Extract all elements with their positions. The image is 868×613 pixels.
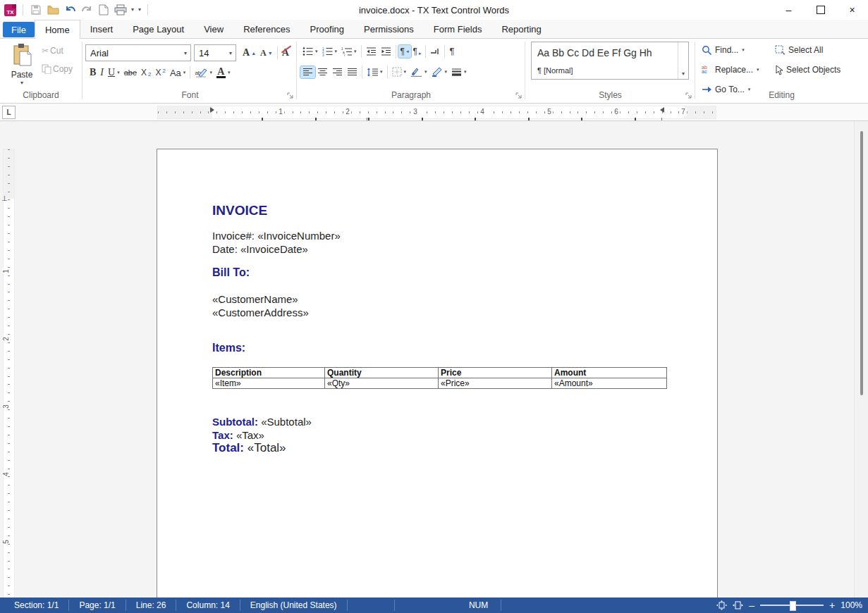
font-dialog-launcher[interactable] [287,92,294,99]
document-area[interactable]: 1 2 3 4 5 ⊥ INVOICE Invoice#: «InvoiceNu… [0,120,868,598]
save-icon[interactable] [30,4,42,16]
redo-icon[interactable] [80,4,93,16]
zoom-out-button[interactable]: – [749,600,754,610]
tab-reporting[interactable]: Reporting [491,20,551,38]
copy-label: Copy [53,64,73,74]
styles-dialog-launcher[interactable] [685,92,692,99]
qat-customize-icon[interactable]: ▾ [138,7,141,13]
vertical-ruler[interactable]: 1 2 3 4 5 [3,149,15,598]
bold-button[interactable]: B [87,66,98,80]
tab-proofing[interactable]: Proofing [300,20,354,38]
ltr-paragraph-button[interactable]: ¶◂ [398,45,411,58]
line-spacing-button[interactable]: ▾ [365,66,385,78]
document-page[interactable]: INVOICE Invoice#: «InvoiceNumber» Date: … [157,149,718,598]
numbered-list-button[interactable]: 123 ▾ [320,45,340,58]
font-color-button[interactable]: A ▾ [214,66,233,80]
new-document-icon[interactable] [97,4,110,16]
shading-button[interactable]: ▾ [408,66,429,78]
underline-button[interactable]: U▾ [106,66,122,80]
text-highlight-button[interactable]: ab ▾ [192,66,214,79]
undo-icon[interactable] [63,4,76,16]
border-color-button[interactable]: ▾ [429,66,450,78]
paragraph-dialog-launcher[interactable] [515,92,522,99]
status-page[interactable]: Page: 1/1 [69,597,125,613]
horizontal-ruler-strip: L 1 2 3 4 5 6 7 →| |← [0,104,868,120]
select-objects-button[interactable]: Select Objects [773,61,843,79]
strikethrough-button[interactable]: abe [122,67,139,78]
tab-home[interactable]: Home [35,20,80,39]
change-case-button[interactable]: Aa▾ [168,66,188,80]
first-line-indent-marker[interactable] [210,107,214,113]
tab-insert[interactable]: Insert [80,20,123,38]
tab-form-fields[interactable]: Form Fields [424,20,492,38]
borders-button[interactable]: ▾ [390,66,409,78]
copy-button[interactable]: Copy [39,63,75,75]
tab-references[interactable]: References [233,20,300,38]
font-size-select[interactable]: 14 ▾ [194,44,236,61]
replace-button[interactable]: ab ac Replace... ▾ [699,61,762,79]
clear-formatting-button[interactable]: A [280,46,291,60]
tab-file[interactable]: File [3,22,35,37]
tab-permissions[interactable]: Permissions [354,20,424,38]
grow-font-button[interactable]: A▲ [240,46,258,60]
ruler-number: 1 [2,269,11,273]
status-section[interactable]: Section: 1/1 [4,597,68,613]
tx-logo[interactable]: TX [4,4,16,16]
align-center-button[interactable] [315,66,330,78]
status-line[interactable]: Line: 26 [126,597,176,613]
rtl-paragraph-button[interactable]: ¶▸ [411,45,424,58]
tab-type-selector[interactable]: L [2,106,16,119]
bullet-list-button[interactable]: ▾ [300,45,320,58]
decrease-indent-button[interactable] [364,45,379,58]
status-num-lock[interactable]: NUM [457,597,501,613]
tab-page-layout[interactable]: Page Layout [123,20,194,38]
horizontal-ruler[interactable]: 1 2 3 4 5 6 7 [157,106,716,119]
select-all-button[interactable]: Select All [773,41,843,59]
font-family-select[interactable]: Arial ▾ [85,44,191,61]
find-button[interactable]: Find... ▾ [699,41,762,59]
vertical-scrollbar[interactable] [854,121,868,598]
increase-indent-button[interactable] [379,45,393,58]
close-button[interactable]: × [836,0,868,20]
font-size-value: 14 [199,48,209,58]
doc-title: INVOICE [212,203,267,218]
doc-items-table[interactable]: Description Quantity Price Amount «Item»… [212,367,667,389]
print-icon[interactable] [114,4,127,16]
paste-dropdown-icon[interactable]: ▾ [6,80,38,86]
doc-subtotal-line: Subtotal: «Subtotal» [212,416,312,428]
zoom-in-button[interactable]: + [829,600,835,610]
right-indent-marker[interactable] [660,107,664,113]
formatting-marks-button[interactable]: ¶ [447,44,456,58]
table-header-description: Description [213,368,325,378]
justify-button[interactable] [345,66,360,78]
subscript-button[interactable]: X2 [139,66,153,79]
paste-button[interactable]: Paste ▾ [6,43,38,94]
italic-button[interactable]: I [98,66,106,80]
status-column[interactable]: Column: 14 [176,597,239,613]
fit-page-icon[interactable] [716,600,727,610]
separator [501,600,501,611]
select-all-label: Select All [788,45,823,55]
multilevel-list-button[interactable]: 1ai ▾ [339,45,359,58]
style-gallery-more-button[interactable]: ▾ [678,42,688,79]
style-gallery[interactable]: Aa Bb Cc Dd Ee Ff Gg Hh ¶ [Normal] ▾ [531,42,689,80]
maximize-button[interactable] [805,0,836,20]
line-spacing-icon [367,68,378,77]
shrink-font-button[interactable]: A▼ [258,47,275,60]
line-width-button[interactable]: ▾ [449,66,469,78]
align-left-button[interactable] [300,66,315,78]
align-right-button[interactable] [330,66,345,78]
fit-width-icon[interactable] [733,600,743,610]
scrollbar-thumb[interactable] [860,131,863,395]
cut-button[interactable]: ✂ Cut [39,44,75,57]
zoom-slider-thumb[interactable] [790,601,796,611]
status-language[interactable]: English (United States) [240,597,347,613]
open-icon[interactable] [47,4,59,16]
print-dropdown-icon[interactable]: ▾ [131,7,134,13]
text-break-button[interactable] [428,46,442,57]
tab-view[interactable]: View [194,20,233,38]
superscript-button[interactable]: X2 [153,66,167,79]
top-margin-marker[interactable]: ⊥ [1,194,8,202]
minimize-button[interactable]: – [773,0,805,20]
zoom-slider[interactable] [760,605,824,606]
